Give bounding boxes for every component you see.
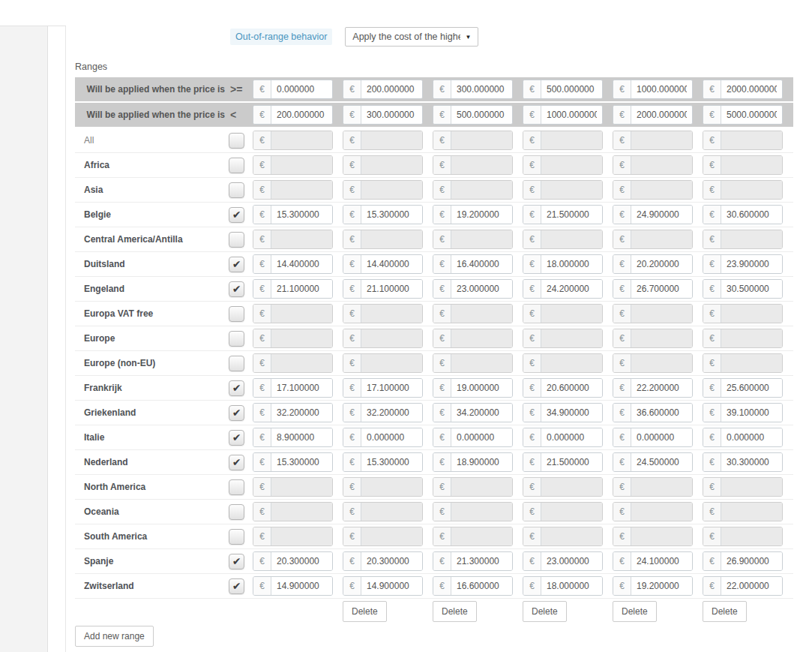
price-input[interactable] [721, 106, 782, 124]
price-input[interactable] [451, 106, 512, 124]
price-input[interactable] [451, 577, 512, 595]
price-input-group: € [253, 155, 333, 175]
price-input[interactable] [361, 552, 422, 570]
delete-range-button[interactable]: Delete [433, 601, 477, 622]
zone-checkbox[interactable] [229, 479, 244, 495]
price-input[interactable] [631, 280, 692, 298]
price-input[interactable] [541, 106, 602, 124]
price-input[interactable] [631, 106, 692, 124]
price-input[interactable] [361, 206, 422, 224]
price-input[interactable] [631, 80, 692, 98]
delete-range-button[interactable]: Delete [703, 601, 747, 622]
price-input[interactable] [361, 428, 422, 446]
zone-checkbox[interactable]: ✔ [229, 405, 244, 421]
price-input[interactable] [541, 379, 602, 397]
zone-checkbox[interactable]: ✔ [229, 257, 244, 272]
zone-checkbox[interactable] [229, 356, 244, 371]
zone-checkbox[interactable]: ✔ [229, 430, 244, 446]
price-input[interactable] [271, 106, 332, 124]
zone-checkbox[interactable] [229, 529, 244, 545]
price-input[interactable] [721, 428, 782, 446]
zone-checkbox[interactable]: ✔ [229, 380, 244, 396]
add-new-range-button[interactable]: Add new range [75, 626, 154, 647]
price-input-group: € [343, 353, 423, 373]
zone-checkbox[interactable]: ✔ [229, 281, 244, 297]
price-input[interactable] [721, 453, 782, 471]
price-input[interactable] [541, 453, 602, 471]
price-input[interactable] [271, 552, 332, 570]
price-input[interactable] [541, 428, 602, 446]
price-input[interactable] [721, 404, 782, 422]
price-input[interactable] [541, 552, 602, 570]
price-input[interactable] [631, 428, 692, 446]
price-input[interactable] [271, 206, 332, 224]
delete-range-button[interactable]: Delete [343, 601, 387, 622]
price-input[interactable] [721, 280, 782, 298]
price-input[interactable] [631, 404, 692, 422]
price-input [361, 131, 422, 149]
zone-checkbox[interactable]: ✔ [229, 207, 244, 223]
price-input[interactable] [631, 255, 692, 273]
price-input[interactable] [271, 404, 332, 422]
price-input[interactable] [271, 80, 332, 98]
price-input[interactable] [631, 379, 692, 397]
price-input[interactable] [451, 428, 512, 446]
price-input[interactable] [361, 453, 422, 471]
price-input[interactable] [361, 379, 422, 397]
price-input[interactable] [541, 280, 602, 298]
price-input[interactable] [721, 552, 782, 570]
zone-checkbox[interactable] [229, 133, 244, 149]
price-input[interactable] [541, 80, 602, 98]
price-input[interactable] [451, 80, 512, 98]
price-input[interactable] [541, 577, 602, 595]
delete-range-button[interactable]: Delete [613, 601, 657, 622]
price-input[interactable] [721, 379, 782, 397]
price-input[interactable] [271, 379, 332, 397]
price-input[interactable] [451, 453, 512, 471]
price-input[interactable] [451, 206, 512, 224]
price-input[interactable] [451, 379, 512, 397]
price-input[interactable] [361, 80, 422, 98]
price-input[interactable] [271, 453, 332, 471]
zone-checkbox[interactable] [229, 306, 244, 322]
price-input-group: € [343, 155, 423, 175]
out-of-range-behavior-select[interactable]: Apply the cost of the highes ▼ [345, 27, 478, 47]
price-input[interactable] [541, 404, 602, 422]
zone-checkbox[interactable] [229, 504, 244, 520]
currency-euro-icon: € [613, 552, 631, 570]
price-input[interactable] [631, 577, 692, 595]
price-input[interactable] [451, 255, 512, 273]
price-input[interactable] [631, 206, 692, 224]
price-input[interactable] [451, 552, 512, 570]
zone-checkbox[interactable] [229, 158, 244, 173]
zone-checkbox[interactable]: ✔ [229, 578, 244, 594]
zone-checkbox[interactable] [229, 232, 244, 248]
price-input[interactable] [361, 577, 422, 595]
price-input [361, 230, 422, 248]
zone-checkbox[interactable]: ✔ [229, 455, 244, 470]
price-input[interactable] [631, 453, 692, 471]
price-input[interactable] [361, 404, 422, 422]
price-input[interactable] [361, 106, 422, 124]
price-input[interactable] [721, 577, 782, 595]
price-input-group: € [703, 329, 783, 348]
price-input[interactable] [721, 206, 782, 224]
price-input[interactable] [541, 255, 602, 273]
price-input[interactable] [271, 577, 332, 595]
price-input[interactable] [451, 280, 512, 298]
price-input[interactable] [451, 404, 512, 422]
delete-range-button[interactable]: Delete [523, 601, 567, 622]
price-input[interactable] [361, 255, 422, 273]
price-input[interactable] [721, 255, 782, 273]
zone-checkbox[interactable] [229, 331, 244, 347]
zone-checkbox[interactable] [229, 182, 244, 198]
price-input[interactable] [271, 428, 332, 446]
price-input[interactable] [271, 280, 332, 298]
price-input[interactable] [361, 280, 422, 298]
price-input[interactable] [271, 255, 332, 273]
currency-euro-icon: € [343, 428, 361, 446]
price-input[interactable] [541, 206, 602, 224]
zone-checkbox[interactable]: ✔ [229, 554, 244, 569]
price-input[interactable] [721, 80, 782, 98]
price-input[interactable] [631, 552, 692, 570]
